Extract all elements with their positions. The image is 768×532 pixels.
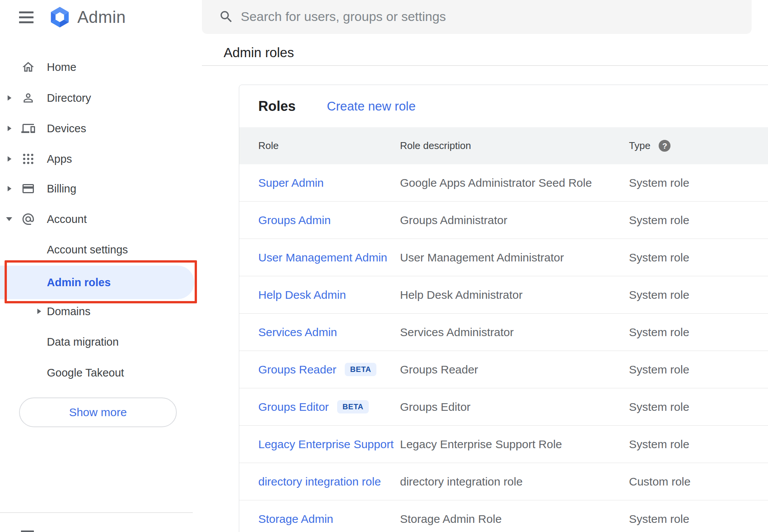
table-row: Help Desk AdminHelp Desk AdministratorSy…: [239, 276, 768, 314]
sidebar-item-account-settings[interactable]: Account settings: [0, 234, 202, 265]
column-header-type-label: Type: [629, 140, 650, 152]
role-description-cell: Groups Reader: [400, 363, 629, 376]
beta-badge: BETA: [345, 363, 376, 376]
role-type-cell: System role: [629, 214, 768, 227]
admin-logo: Admin: [49, 6, 126, 28]
help-icon[interactable]: ?: [659, 140, 670, 152]
sidebar-divider: [0, 512, 193, 513]
chevron-right-icon[interactable]: [8, 95, 11, 101]
sidebar-item-admin-roles[interactable]: Admin roles: [0, 266, 194, 299]
table-header-row: Role Role description Type ?: [239, 127, 768, 164]
partial-sidebar-icon: [21, 530, 34, 532]
role-cell: directory integration role: [258, 475, 400, 488]
apps-grid-icon: [21, 152, 35, 166]
role-link[interactable]: Storage Admin: [258, 513, 333, 526]
table-row: Groups ReaderBETAGroups ReaderSystem rol…: [239, 351, 768, 388]
column-header-type: Type ?: [629, 140, 768, 152]
chevron-down-icon[interactable]: [6, 217, 12, 221]
role-description-cell: Google Apps Administrator Seed Role: [400, 176, 629, 189]
menu-icon[interactable]: [18, 9, 34, 24]
chevron-right-icon[interactable]: [8, 126, 11, 131]
sidebar-item-label: Google Takeout: [47, 367, 124, 379]
role-type-cell: System role: [629, 251, 768, 264]
panel-title: Roles: [258, 98, 296, 114]
sidebar-item-account[interactable]: Account: [0, 204, 202, 234]
role-description-cell: Storage Admin Role: [400, 513, 629, 526]
role-link[interactable]: Groups Admin: [258, 214, 331, 227]
home-icon: [21, 60, 35, 74]
show-more-button[interactable]: Show more: [19, 397, 177, 427]
menu-bar: [19, 11, 34, 13]
role-cell: User Management Admin: [258, 251, 400, 264]
role-link[interactable]: Help Desk Admin: [258, 288, 346, 301]
role-cell: Help Desk Admin: [258, 288, 400, 301]
sidebar-item-label: Data migration: [47, 336, 119, 348]
role-description-cell: Groups Administrator: [400, 214, 629, 227]
role-link[interactable]: Groups Editor: [258, 401, 329, 413]
roles-table: Super AdminGoogle Apps Administrator See…: [239, 164, 768, 532]
role-cell: Groups ReaderBETA: [258, 363, 400, 376]
role-link[interactable]: Services Admin: [258, 326, 337, 339]
chevron-right-icon[interactable]: [8, 156, 11, 162]
chevron-right-icon[interactable]: [37, 309, 41, 314]
beta-badge: BETA: [337, 400, 369, 413]
role-link[interactable]: User Management Admin: [258, 251, 387, 264]
sidebar-item-label: Apps: [47, 153, 72, 165]
role-type-cell: System role: [629, 438, 768, 451]
sidebar-item-data-migration[interactable]: Data migration: [0, 327, 202, 357]
table-row: Groups EditorBETAGroups EditorSystem rol…: [239, 388, 768, 426]
role-cell: Legacy Enterprise Support: [258, 438, 400, 451]
role-description-cell: Legacy Enterprise Support Role: [400, 438, 629, 451]
search-icon: [219, 9, 234, 24]
sidebar-item-label: Admin roles: [47, 276, 111, 289]
role-type-cell: System role: [629, 176, 768, 189]
sidebar-item-apps[interactable]: Apps: [0, 144, 202, 174]
role-link[interactable]: Super Admin: [258, 176, 324, 189]
role-description-cell: Groups Editor: [400, 401, 629, 413]
sidebar-item-domains[interactable]: Domains: [0, 296, 202, 327]
table-row: Groups AdminGroups AdministratorSystem r…: [239, 202, 768, 239]
breadcrumb: Admin roles: [224, 45, 294, 60]
roles-panel-header: Roles Create new role: [239, 85, 768, 127]
sidebar-item-google-takeout[interactable]: Google Takeout: [0, 357, 202, 388]
column-header-description: Role description: [400, 140, 629, 152]
roles-panel: Roles Create new role Role Role descript…: [239, 85, 768, 532]
sidebar-item-directory[interactable]: Directory: [0, 83, 202, 113]
role-type-cell: System role: [629, 513, 768, 526]
table-row: User Management AdminUser Management Adm…: [239, 239, 768, 276]
table-row: Storage AdminStorage Admin RoleSystem ro…: [239, 500, 768, 532]
role-cell: Services Admin: [258, 326, 400, 339]
at-sign-icon: [21, 212, 35, 226]
table-row: Services AdminServices AdministratorSyst…: [239, 314, 768, 351]
role-type-cell: System role: [629, 363, 768, 376]
sidebar-item-home[interactable]: Home: [0, 52, 202, 82]
role-description-cell: User Management Administrator: [400, 251, 629, 264]
app-title: Admin: [77, 8, 126, 27]
role-cell: Super Admin: [258, 176, 400, 189]
create-new-role-link[interactable]: Create new role: [327, 99, 416, 114]
role-link[interactable]: Groups Reader: [258, 363, 336, 376]
sidebar-item-devices[interactable]: Devices: [0, 113, 202, 144]
sidebar-item-label: Domains: [47, 305, 90, 318]
sidebar-item-label: Billing: [47, 183, 76, 195]
search-input[interactable]: [240, 9, 699, 24]
sidebar-item-label: Account settings: [47, 244, 128, 256]
role-description-cell: directory integration role: [400, 475, 629, 488]
sidebar-item-label: Account: [47, 213, 87, 226]
sidebar-item-billing[interactable]: Billing: [0, 173, 202, 204]
header-divider: [202, 65, 768, 66]
role-link[interactable]: Legacy Enterprise Support: [258, 438, 394, 451]
menu-bar: [19, 21, 34, 23]
table-row: Super AdminGoogle Apps Administrator See…: [239, 164, 768, 202]
role-link[interactable]: directory integration role: [258, 475, 381, 488]
table-row: directory integration roledirectory inte…: [239, 463, 768, 500]
person-icon: [21, 91, 35, 105]
chevron-right-icon[interactable]: [8, 186, 11, 191]
role-cell: Storage Admin: [258, 513, 400, 526]
sidebar-item-label: Directory: [47, 92, 91, 104]
role-type-cell: System role: [629, 288, 768, 301]
role-description-cell: Help Desk Administrator: [400, 288, 629, 301]
search-bar[interactable]: [202, 0, 752, 34]
column-header-role: Role: [258, 140, 400, 152]
menu-bar: [19, 16, 34, 18]
